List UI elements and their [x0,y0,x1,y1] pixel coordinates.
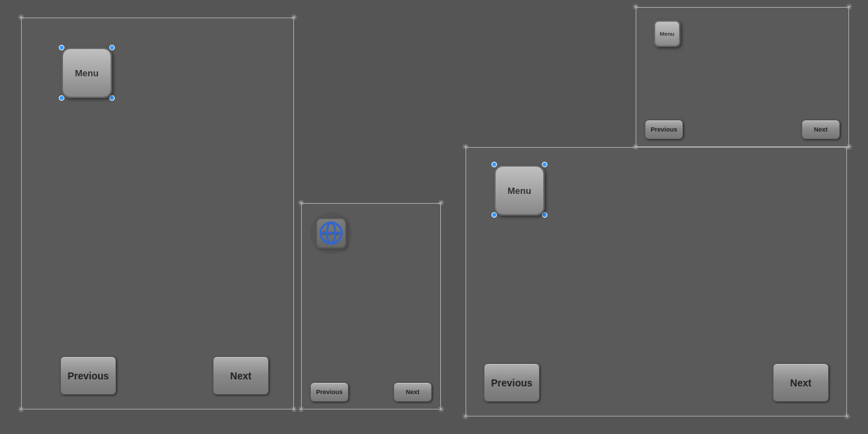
menu-button-p1[interactable]: Menu [62,48,112,98]
selection-handle-bl [59,95,64,101]
corner-star-bl-p2: ✳ [296,405,306,414]
panel-1: ✳ ✳ ✳ ✳ Menu Previous Next [21,18,294,410]
next-button-p1[interactable]: Next [213,356,269,395]
menu-button-p2[interactable]: Menu [316,218,346,248]
previous-button-p2[interactable]: Previous [310,382,349,402]
corner-star-tl-p3: ✳ [461,142,470,152]
menu-button-p3[interactable]: Menu [494,165,545,216]
corner-star-tl-p2: ✳ [296,198,306,208]
menu-button-p4[interactable]: Menu [654,20,680,47]
selection-handle-br [109,95,115,101]
previous-button-p4[interactable]: Previous [645,120,683,139]
previous-button-p1[interactable]: Previous [60,356,116,395]
corner-star-br-p4: ✳ [844,142,854,152]
selection-handle-tr [109,45,115,50]
selection-handle-tl-p3 [491,162,497,167]
next-button-p2[interactable]: Next [393,382,432,402]
corner-star-bl-p3: ✳ [461,412,470,421]
selection-handle-tr-p3 [542,162,547,167]
panel-2: ✳ ✳ ✳ ✳ Menu Previous Next [301,203,441,410]
corner-star-tr-p4: ✳ [844,2,854,12]
panel-4: ✳ ✳ ✳ ✳ Menu Previous Next [636,7,849,147]
selection-handle-br-p3 [542,212,547,218]
corner-star-br-p2: ✳ [436,405,446,414]
next-button-p3[interactable]: Next [773,363,829,402]
corner-star-tl-p4: ✳ [631,2,640,12]
corner-star-tl-p1: ✳ [16,13,26,22]
previous-button-p3[interactable]: Previous [484,363,540,402]
corner-star-bl-p4: ✳ [631,142,640,152]
corner-star-tr-p1: ✳ [289,13,299,22]
corner-star-br-p3: ✳ [842,412,852,421]
panel-3: ✳ ✳ ✳ ✳ Menu Previous Next [465,147,847,416]
next-button-p4[interactable]: Next [802,120,840,139]
corner-star-bl-p1: ✳ [16,405,26,414]
corner-star-tr-p2: ✳ [436,198,446,208]
